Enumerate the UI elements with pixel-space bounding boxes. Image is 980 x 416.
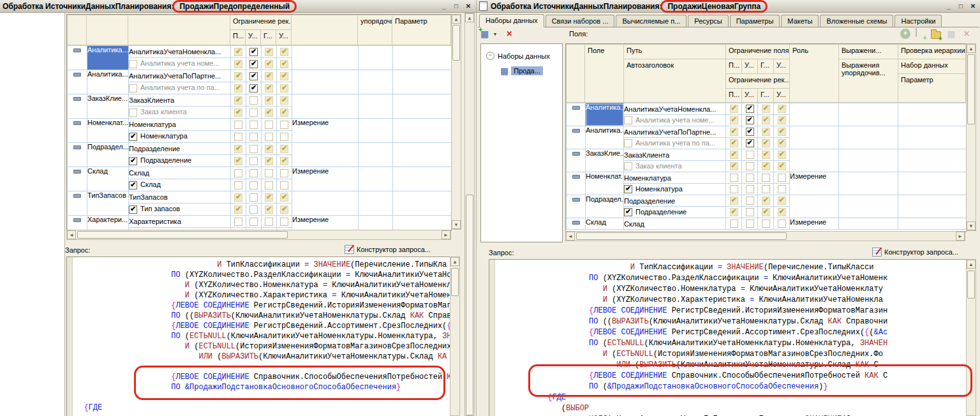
query-text[interactable]: И ТипКлассификации = ЗНАЧЕНИЕ(Перечислен… [497,262,887,416]
role-cell[interactable] [292,70,359,94]
fields-table-vscrollbar[interactable]: ▲ ▼ [966,43,976,231]
path-cell[interactable]: Склад [129,167,231,179]
role-cell[interactable] [790,195,839,218]
checkbox-unchecked[interactable] [746,174,754,182]
checkbox-unchecked[interactable] [746,185,754,193]
checkbox-unchecked[interactable] [265,218,273,226]
checkbox-checked[interactable] [624,185,632,193]
right-titlebar[interactable]: Обработка ИсточникиДанныхПланирования: П… [477,0,980,13]
tab-7[interactable]: Вложенные схемы [820,15,893,27]
checkbox-unchecked[interactable] [249,169,258,177]
query-text-area[interactable]: И ТипКлассификации = ЗНАЧЕНИЕ(Перечислен… [489,259,967,416]
autoheader-cell[interactable]: Аналитика учета по па... [624,138,726,149]
delete-dataset-icon[interactable]: ✕ [506,29,512,38]
col-header-u[interactable]: У... [245,29,261,45]
checkbox-checked[interactable] [129,157,137,165]
path-cell[interactable]: АналитикаУчетаНоменкла... [624,103,726,115]
checkbox-unchecked[interactable] [234,133,242,141]
col-header-expr[interactable]: Выражени... [838,44,898,59]
autoheader-cell[interactable]: Склад [129,179,231,191]
field-row[interactable]: Аналитика...АналитикаУчетаПоПартне... [567,126,967,138]
checkbox-checked[interactable] [249,48,258,56]
checkbox-unchecked[interactable] [265,169,273,177]
checkbox-unchecked[interactable] [265,181,273,189]
datasets-tree-panel[interactable] [0,13,65,416]
autoheader-cell[interactable]: Номенклатура [624,184,726,195]
path-cell[interactable]: Подразделение [129,143,231,155]
scroll-left-icon[interactable]: ◄ [566,232,575,241]
checkbox-checked[interactable] [746,139,754,147]
field-row[interactable]: ЗаказКлие...ЗаказКлиента [567,149,967,161]
autoheader-cell[interactable]: Заказ клиента [129,107,231,119]
query-builder-link[interactable]: Конструктор запроса... [345,245,431,254]
col-header-rec-limit[interactable]: Ограничение рек... [230,15,292,30]
autoheader-cell[interactable]: Аналитика учета номе... [129,58,231,70]
fields-table-vscrollbar[interactable]: ▲ ▼ [451,14,461,230]
tab-2[interactable]: Связи наборов ... [546,15,615,27]
col-header-u[interactable]: У... [741,59,758,74]
field-row[interactable]: СкладСкладИзмерение [567,218,967,230]
checkbox-unchecked[interactable] [730,174,738,182]
path-cell[interactable]: ТипЗапасов [129,191,231,204]
checkbox-unchecked[interactable] [746,197,754,205]
checkbox-checked[interactable] [746,128,754,136]
col-header-g2[interactable]: Г... [757,88,774,103]
maximize-icon[interactable]: □ [451,2,461,11]
checkbox-unchecked[interactable] [746,151,754,159]
scroll-up-icon[interactable]: ▲ [967,44,976,53]
field-row[interactable]: Номенклат...НоменклатураИзмерение [567,172,967,184]
checkbox-unchecked[interactable] [129,84,137,93]
collapse-icon[interactable]: − [486,52,494,60]
checkbox-unchecked[interactable] [265,133,273,141]
col-header-field[interactable]: Поле [584,44,624,103]
checkbox-checked[interactable] [249,60,258,68]
checkbox-unchecked[interactable] [234,181,242,189]
path-cell[interactable]: ЗаказКлиента [129,94,231,107]
field-name-cell[interactable]: Аналитика... [586,126,624,149]
field-name-cell[interactable]: Номенклат... [586,172,624,195]
field-name-cell[interactable]: ЗаказКлие... [87,94,129,119]
role-cell[interactable] [790,103,839,126]
checkbox-unchecked[interactable] [778,219,786,228]
col-header-path[interactable]: Путь [623,44,726,59]
tab-1[interactable]: Наборы данных [479,14,544,27]
col-header-g[interactable]: Г... [757,59,774,74]
role-cell[interactable] [292,191,359,216]
field-row[interactable]: Аналитика...АналитикаУчетаПоПартне... [68,70,452,82]
role-cell[interactable]: Измерение [292,167,359,191]
checkbox-unchecked[interactable] [249,108,258,117]
checkbox-checked[interactable] [746,116,754,124]
path-cell[interactable]: АналитикаУчетаНоменкла... [129,46,231,58]
role-cell[interactable] [790,149,839,172]
window-vscrollbar[interactable]: ▲ [464,13,475,416]
scroll-up-icon[interactable]: ▲ [967,260,976,269]
field-row[interactable]: СкладСкладИзмерение [68,167,452,179]
field-row[interactable]: Характери...ХарактеристикаИзмерение [68,216,452,228]
path-cell[interactable]: ЗаказКлиента [624,149,726,161]
col-header-u3[interactable]: У... [741,88,758,103]
col-header-p2[interactable]: П... [725,88,742,103]
checkbox-unchecked[interactable] [249,193,258,202]
role-cell[interactable] [790,126,839,149]
close-icon[interactable]: ✕ [968,2,978,11]
field-name-cell[interactable]: Подраздел... [586,195,624,218]
checkbox-unchecked[interactable] [762,219,770,228]
col-header-role[interactable]: Роль [789,44,839,103]
field-row[interactable]: ЗаказКлие...ЗаказКлиента [68,94,452,107]
path-cell[interactable]: АналитикаУчетаПоПартне... [624,126,726,138]
field-name-cell[interactable]: Характери... [87,216,129,230]
checkbox-unchecked[interactable] [249,157,258,165]
checkbox-unchecked[interactable] [234,121,242,129]
checkbox-unchecked[interactable] [730,185,738,193]
field-row[interactable]: Аналитика...АналитикаУчетаНоменкла... [567,103,967,115]
col-header-dataset[interactable]: Набор данных [898,59,966,74]
field-name-cell[interactable]: Склад [87,167,129,191]
role-cell[interactable]: Измерение [790,218,839,230]
tree-item-dataset[interactable]: ▦ Прода... [500,66,543,76]
col-header-parameter[interactable]: Параметр [898,73,966,103]
checkbox-checked[interactable] [129,205,137,214]
field-row[interactable]: ТипЗапасовТипЗапасов [68,191,452,204]
checkbox-unchecked[interactable] [234,218,242,226]
tab-6[interactable]: Макеты [781,15,819,27]
checkbox-unchecked[interactable] [234,169,242,177]
